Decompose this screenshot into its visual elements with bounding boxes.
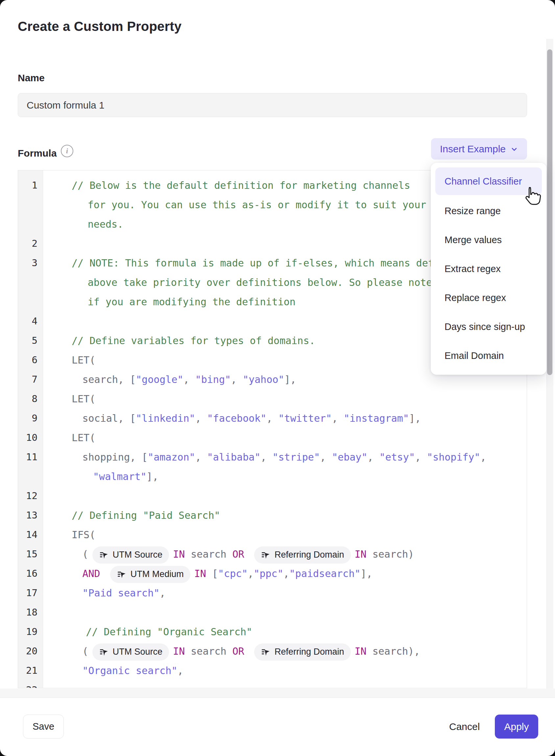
chevron-down-icon (510, 146, 518, 153)
code-text: shopping, ["amazon", "alibaba", "stripe"… (43, 447, 527, 467)
insert-example-button[interactable]: Insert Example (431, 138, 527, 160)
dropdown-item-resize-range[interactable]: Resize range (435, 196, 542, 225)
code-comment: // Below is the default definition for m… (72, 180, 410, 191)
code-string: "ppc" (254, 568, 283, 579)
property-icon (117, 569, 127, 579)
property-chip-label: UTM Source (113, 642, 163, 661)
code-token: search), (367, 645, 420, 657)
line-number: 21 (18, 661, 43, 680)
save-button[interactable]: Save (23, 715, 64, 739)
code-row: 18 (18, 603, 527, 622)
code-token (244, 645, 250, 657)
line-number: 2 (18, 234, 43, 253)
code-text (43, 486, 527, 506)
code-string: "google" (136, 374, 183, 385)
code-row: 19// Defining "Organic Search" (18, 622, 527, 641)
property-chip[interactable]: UTM Source (92, 643, 169, 661)
code-string: "twitter" (279, 412, 332, 424)
code-string: "stripe" (272, 451, 320, 463)
code-string: "alibaba" (207, 451, 261, 463)
code-token: ], (361, 568, 373, 579)
code-keyword: OR (232, 645, 244, 657)
code-row: 17"Paid search", (18, 583, 527, 603)
line-number: 6 (18, 350, 43, 370)
dropdown-item-email-domain[interactable]: Email Domain (435, 341, 542, 370)
content-bottom-band (0, 688, 555, 698)
line-number: 1 (18, 176, 43, 195)
code-comment: // Defining "Organic Search" (86, 626, 252, 638)
line-number: 20 (18, 641, 43, 661)
property-chip-label: UTM Source (113, 545, 163, 564)
code-keyword: AND (83, 568, 100, 579)
code-token: search (185, 645, 232, 657)
code-token: , (332, 412, 344, 424)
line-number: 4 (18, 312, 43, 331)
line-number: 8 (18, 389, 43, 409)
code-token: ], (146, 471, 159, 482)
code-text: // Defining "Paid Search" (43, 506, 527, 525)
code-token: IFS( (72, 529, 95, 541)
code-text: (UTM SourceIN search OR Referring Domain… (43, 545, 527, 564)
name-label: Name (18, 72, 45, 84)
code-token: , (266, 412, 278, 424)
code-row: 9social, ["linkedin", "facebook", "twitt… (18, 409, 527, 428)
code-row: 11shopping, ["amazon", "alibaba", "strip… (18, 447, 527, 467)
code-text: AND UTM MediumIN ["cpc","ppc","paidsearc… (43, 564, 527, 583)
property-chip[interactable]: Referring Domain (254, 643, 351, 661)
screen: Create a Custom Property Name Formula i … (0, 0, 555, 756)
line-number: 18 (18, 603, 43, 622)
code-row: "walmart"], (18, 467, 527, 486)
code-token: ], (409, 412, 421, 424)
code-token: , (368, 451, 379, 463)
code-row: 12 (18, 486, 527, 506)
name-input[interactable] (18, 93, 527, 117)
code-comment: // NOTE: This formula is made up of if-e… (72, 257, 481, 269)
code-token: , (160, 587, 165, 599)
line-number (18, 292, 43, 312)
dropdown-item-merge-values[interactable]: Merge values (435, 225, 542, 254)
line-number (18, 273, 43, 292)
property-icon (261, 647, 270, 657)
code-token: , (231, 374, 243, 385)
dropdown-item-replace-regex[interactable]: Replace regex (435, 283, 542, 312)
line-number: 9 (18, 409, 43, 428)
code-text: "walmart"], (43, 467, 527, 486)
property-chip[interactable]: UTM Medium (110, 566, 190, 583)
apply-button[interactable]: Apply (495, 715, 538, 739)
modal-scrollbar-thumb[interactable] (547, 49, 552, 375)
code-string: "shopify" (427, 451, 480, 463)
line-number: 19 (18, 622, 43, 641)
code-comment: above take priority over definitions bel… (88, 277, 432, 288)
code-token: shopping, [ (83, 451, 148, 463)
code-keyword: IN (355, 548, 367, 560)
line-number: 11 (18, 447, 43, 467)
line-number: 22 (18, 680, 43, 688)
code-text: LET( (43, 428, 527, 447)
code-row: 21"Organic search", (18, 661, 527, 680)
info-icon[interactable]: i (61, 145, 73, 157)
code-token: social, [ (83, 412, 136, 424)
code-text: (UTM SourceIN search OR Referring Domain… (43, 641, 527, 661)
property-chip[interactable]: UTM Source (92, 547, 169, 563)
dropdown-item-days-since-sign-up[interactable]: Days since sign-up (435, 312, 542, 341)
code-text: // Defining "Organic Search" (43, 622, 527, 641)
code-string: "yahoo" (243, 374, 284, 385)
dropdown-item-extract-regex[interactable]: Extract regex (435, 254, 542, 283)
code-text: "Paid search", (43, 583, 527, 603)
code-text (43, 680, 527, 688)
code-token: , (195, 412, 207, 424)
dropdown-item-channel-classifier[interactable]: Channel Classifier (435, 167, 542, 195)
code-keyword: IN (194, 568, 206, 579)
code-keyword: IN (173, 548, 185, 560)
code-string: "ebay" (332, 451, 367, 463)
cancel-button[interactable]: Cancel (444, 715, 484, 739)
code-row: 16AND UTM MediumIN ["cpc","ppc","paidsea… (18, 564, 527, 583)
code-comment: for you. You can use this as-is or modif… (88, 199, 426, 210)
code-string: "linkedin" (136, 412, 195, 424)
property-chip[interactable]: Referring Domain (254, 547, 351, 563)
code-row: 14IFS( (18, 525, 527, 545)
property-icon (99, 550, 109, 560)
code-row: 8LET( (18, 389, 527, 409)
code-token: , (177, 665, 183, 676)
code-text (43, 603, 527, 622)
